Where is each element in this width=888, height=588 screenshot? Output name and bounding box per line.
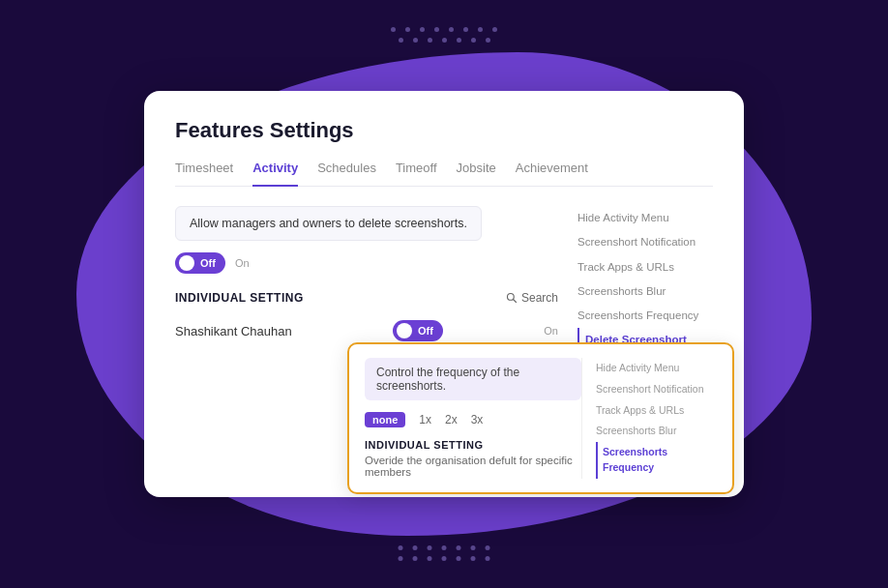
freq-1x[interactable]: 1x: [419, 413, 431, 426]
tooltip-inner: Control the frequency of the screenshort…: [365, 358, 717, 479]
section-header: INDIVIDUAL SETTING Search: [175, 291, 558, 305]
sidebar-item-blur[interactable]: Screenshorts Blur: [577, 279, 713, 304]
search-label: Search: [521, 291, 558, 305]
tab-jobsite[interactable]: Jobsite: [457, 161, 496, 187]
permission-row: Allow managers and owners to delete scre…: [175, 206, 482, 241]
toggle-knob: [179, 255, 194, 271]
search-icon: [506, 292, 518, 304]
tooltip-sidebar-hide-activity[interactable]: Hide Activity Menu: [596, 358, 717, 379]
user-toggle-on: On: [544, 325, 558, 337]
sidebar-item-track-apps[interactable]: Track Apps & URLs: [577, 255, 713, 279]
tooltip-permission-row: Control the frequency of the screenshort…: [365, 358, 581, 400]
section-title: INDIVIDUAL SETTING: [175, 291, 304, 305]
dots-bottom: [399, 545, 490, 561]
tabs-bar: Timesheet Activity Schedules Timeoff Job…: [175, 161, 713, 187]
tooltip-sidebar-frequency[interactable]: Screenshorts Frequency: [596, 442, 717, 479]
sidebar-nav: Hide Activity Menu Screenshort Notificat…: [558, 206, 713, 353]
main-toggle[interactable]: Off: [175, 252, 225, 274]
tab-schedules[interactable]: Schedules: [317, 161, 376, 187]
user-toggle-knob: [397, 323, 412, 338]
tooltip-sidebar-blur[interactable]: Screenshorts Blur: [596, 421, 717, 442]
tab-timesheet[interactable]: Timesheet: [175, 161, 233, 187]
tooltip-main: Control the frequency of the screenshort…: [365, 358, 581, 479]
freq-3x[interactable]: 3x: [471, 413, 484, 426]
content-area: Allow managers and owners to delete scre…: [175, 206, 713, 353]
tab-timeoff[interactable]: Timeoff: [396, 161, 437, 187]
tab-activity[interactable]: Activity: [252, 161, 298, 187]
user-toggle[interactable]: Off: [393, 320, 443, 341]
sidebar-item-hide-activity[interactable]: Hide Activity Menu: [577, 206, 713, 230]
tooltip-section-title: INDIVIDUAL SETTING: [365, 439, 581, 451]
user-toggle-off: Off: [418, 325, 433, 337]
tooltip-section-desc: Overide the organisation defult for spec…: [365, 455, 581, 478]
dots-top: [391, 27, 497, 43]
main-content: Allow managers and owners to delete scre…: [175, 206, 558, 353]
sidebar-item-notification[interactable]: Screenshort Notification: [577, 230, 713, 254]
freq-options: none 1x 2x 3x: [365, 412, 581, 427]
toggle-on-label: On: [235, 257, 250, 269]
tab-achievement[interactable]: Achievement: [516, 161, 588, 187]
freq-none-badge[interactable]: none: [365, 412, 405, 427]
freq-2x[interactable]: 2x: [445, 413, 458, 426]
toggle-row: Off On: [175, 252, 558, 274]
svg-line-1: [513, 300, 516, 303]
main-card: Features Settings Timesheet Activity Sch…: [144, 91, 744, 497]
user-name: Shashikant Chauhan: [175, 324, 292, 338]
tooltip-popup: Control the frequency of the screenshort…: [347, 342, 734, 494]
tooltip-sidebar-track-apps[interactable]: Track Apps & URLs: [596, 400, 717, 422]
tooltip-sidebar: Hide Activity Menu Screenshort Notificat…: [581, 358, 717, 479]
search-button[interactable]: Search: [506, 291, 558, 305]
toggle-off-label: Off: [200, 257, 216, 269]
page-title: Features Settings: [175, 118, 713, 143]
sidebar-item-frequency[interactable]: Screenshorts Frequency: [577, 304, 713, 328]
tooltip-sidebar-notification[interactable]: Screenshort Notification: [596, 379, 717, 400]
